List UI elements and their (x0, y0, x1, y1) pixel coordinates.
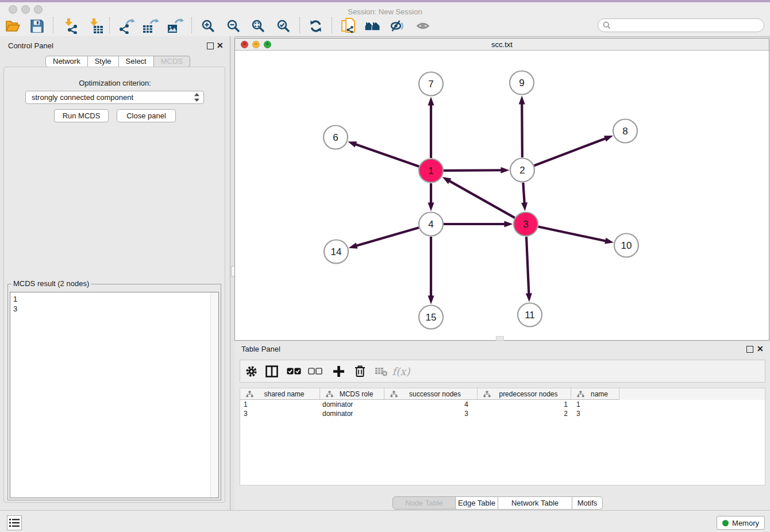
refresh-button[interactable] (306, 17, 325, 35)
houses-icon (364, 19, 381, 33)
add-column-button[interactable] (328, 362, 349, 380)
save-session-button[interactable] (27, 17, 47, 35)
zoom-fit-button[interactable] (248, 17, 268, 35)
cell-name[interactable]: 1 (571, 400, 619, 408)
graph-node-label: 9 (519, 78, 524, 88)
cell-shared_name[interactable]: 3 (240, 410, 320, 418)
tab-network-table[interactable]: Network Table (498, 496, 572, 510)
tab-node-table[interactable]: Node Table (392, 496, 456, 510)
import-network-icon (63, 18, 78, 34)
run-mcds-button[interactable]: Run MCDS (54, 109, 109, 122)
cell-name[interactable]: 3 (571, 410, 619, 418)
zoom-fit-icon (251, 19, 265, 33)
search-box[interactable] (598, 18, 764, 32)
graph-edge-2-9[interactable] (522, 103, 522, 157)
graph-edge-1-2[interactable] (444, 170, 502, 171)
export-image-button[interactable] (165, 17, 185, 35)
toolbar-separator (109, 17, 110, 33)
mcds-result-box[interactable]: 13 (10, 292, 219, 498)
show-graphics-details-button[interactable] (414, 17, 433, 35)
window-title: Session: New Session (0, 7, 770, 16)
tab-style[interactable]: Style (87, 56, 119, 67)
unselect-all-button[interactable] (305, 362, 325, 380)
edge-arrowhead (500, 167, 509, 174)
result-scrollbar[interactable] (210, 292, 218, 498)
graph-edge-3-10[interactable] (538, 227, 606, 241)
column-tree-icon (246, 391, 253, 398)
graph-edge-3-11[interactable] (526, 237, 529, 294)
select-all-button[interactable] (283, 362, 304, 380)
table-row[interactable]: 3dominator323 (240, 409, 765, 418)
graph-edge-1-6[interactable] (355, 144, 419, 167)
network-canvas[interactable]: 7968124314101511 (235, 51, 769, 340)
graph-node-label: 10 (621, 240, 632, 251)
cell-shared_name[interactable]: 1 (240, 400, 320, 408)
table-panel-title: Table Panel (241, 345, 280, 353)
cell-predecessor_nodes[interactable]: 1 (478, 400, 571, 408)
graph-edge-2-3[interactable] (523, 183, 524, 203)
table-row[interactable]: 1dominator411 (240, 400, 765, 409)
panel-splitter[interactable] (230, 36, 234, 510)
cell-mcds_role[interactable]: dominator (320, 400, 384, 408)
close-table-panel-icon[interactable]: ✕ (757, 345, 764, 352)
cell-mcds_role[interactable]: dominator (320, 410, 384, 418)
memory-button[interactable]: Memory (717, 516, 765, 530)
zoom-selected-button[interactable] (274, 17, 293, 35)
criterion-dropdown[interactable]: strongly connected component (25, 91, 204, 104)
cell-successor_nodes[interactable]: 4 (384, 400, 478, 408)
close-panel-button[interactable]: Close panel (117, 109, 176, 122)
graph-edge-3-1[interactable] (449, 181, 515, 218)
zoom-in-icon (201, 19, 215, 33)
cell-successor_nodes[interactable]: 3 (384, 410, 478, 418)
column-header-predecessor-nodes[interactable]: predecessor nodes (478, 388, 571, 400)
import-network-button[interactable] (60, 17, 80, 35)
delete-column-button[interactable] (349, 362, 370, 380)
edge-arrowhead (428, 203, 434, 211)
float-panel-icon[interactable] (207, 43, 214, 49)
optimization-criterion-label: Optimization criterion: (0, 79, 230, 87)
task-history-button[interactable] (7, 515, 22, 530)
delete-table-button[interactable] (371, 362, 391, 380)
zoom-out-button[interactable] (224, 17, 243, 35)
graph-edge-2-8[interactable] (534, 138, 606, 165)
hide-details-icon (390, 19, 405, 33)
network-window-titlebar[interactable]: × − + scc.txt (235, 38, 769, 51)
function-builder-button[interactable]: f(x) (391, 362, 411, 380)
graph-edge-4-14[interactable] (356, 228, 419, 246)
tab-edge-table[interactable]: Edge Table (455, 496, 498, 510)
column-header-successor-nodes[interactable]: successor nodes (384, 388, 478, 400)
fx-icon: f(x) (392, 365, 410, 377)
export-network-icon (118, 18, 135, 34)
tab-motifs[interactable]: Motifs (572, 496, 603, 510)
search-input[interactable] (614, 20, 764, 31)
clone-network-button[interactable] (338, 17, 358, 35)
zoom-in-button[interactable] (198, 17, 218, 35)
show-columns-button[interactable] (261, 362, 282, 380)
mcds-result-title: MCDS result (2 nodes) (11, 279, 91, 288)
memory-label: Memory (732, 519, 759, 527)
tab-mcds[interactable]: MCDS (153, 56, 190, 67)
export-network-button[interactable] (117, 17, 136, 35)
main-titlebar[interactable]: Session: New Session (0, 2, 770, 16)
import-table-button[interactable] (86, 17, 105, 35)
cell-predecessor_nodes[interactable]: 2 (478, 410, 571, 418)
close-panel-icon[interactable]: ✕ (217, 42, 224, 49)
checked-boxes-icon (287, 368, 301, 375)
column-tree-icon (577, 391, 584, 398)
export-table-button[interactable] (141, 17, 160, 35)
hide-graphics-details-button[interactable] (388, 17, 407, 35)
float-table-panel-icon[interactable] (746, 346, 753, 353)
network-resize-handle[interactable] (496, 336, 504, 341)
column-header-name[interactable]: name (571, 388, 619, 400)
open-session-button[interactable] (3, 17, 22, 35)
column-tree-icon (326, 391, 333, 398)
delete-table-icon (375, 365, 388, 377)
column-header-MCDS-role[interactable]: MCDS role (320, 388, 384, 400)
table-settings-button[interactable] (241, 362, 261, 380)
tab-network[interactable]: Network (45, 56, 88, 67)
tab-select[interactable]: Select (118, 56, 154, 67)
column-header-shared-name[interactable]: shared name (240, 388, 320, 400)
edge-arrowhead (526, 293, 532, 302)
first-neighbors-button[interactable] (363, 17, 382, 35)
column-header-label: predecessor nodes (493, 390, 571, 398)
